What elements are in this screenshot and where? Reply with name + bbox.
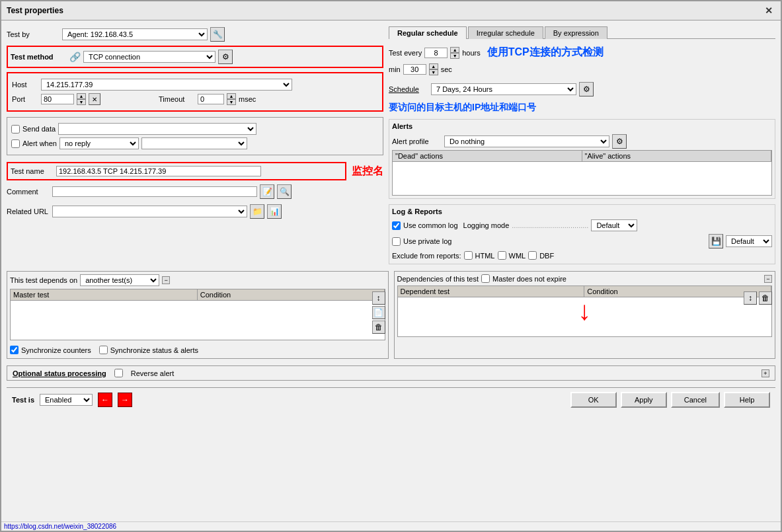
schedule-action-btn[interactable]: ⚙	[579, 82, 594, 96]
private-log-checkbox[interactable]	[392, 237, 401, 246]
alert-when-checkbox[interactable]	[11, 139, 20, 148]
common-log-checkbox[interactable]	[392, 221, 401, 230]
alerts-title: Alerts	[392, 122, 772, 130]
depends-on-label: This test depends on	[10, 276, 77, 284]
dep-action-btn[interactable]: ↕	[744, 291, 757, 305]
arrow-down-indicator: ↓	[578, 297, 591, 324]
sync-counters-label: Synchronize counters	[21, 346, 91, 354]
comment-edit-btn[interactable]: 📝	[260, 184, 274, 199]
test-by-row: Test by Agent: 192.168.43.5 🔧	[7, 26, 383, 43]
tab-by-expression[interactable]: By expression	[545, 26, 607, 39]
timeout-input[interactable]: 0	[198, 94, 224, 104]
test-by-select[interactable]: Agent: 192.168.43.5	[62, 28, 208, 40]
html-checkbox[interactable]	[464, 251, 473, 260]
alert-when-condition-select[interactable]: no reply	[59, 137, 139, 149]
common-log-label: Use common log	[403, 221, 458, 229]
hours-up-btn[interactable]: ▲	[450, 47, 459, 53]
test-method-select[interactable]: TCP connection	[83, 51, 215, 63]
test-is-select[interactable]: Enabled	[40, 394, 93, 406]
private-log-action-btn[interactable]: 💾	[709, 234, 723, 248]
master-col-header: Master test	[11, 289, 198, 300]
timeout-up-btn[interactable]: ▲	[227, 93, 236, 99]
reverse-alert-label: Reverse alert	[131, 369, 174, 377]
comment-zoom-btn[interactable]: 🔍	[277, 184, 292, 199]
depends-right-panel: Dependencies of this test Master does no…	[394, 271, 776, 359]
log-reports-title: Log & Reports	[392, 208, 772, 215]
right-panel: Regular schedule Irregular schedule By e…	[389, 26, 775, 264]
related-url-select[interactable]	[52, 206, 247, 217]
host-select[interactable]: 14.215.177.39	[41, 79, 292, 91]
min-down-btn[interactable]: ▼	[429, 69, 438, 75]
tab-regular-schedule[interactable]: Regular schedule	[389, 26, 467, 39]
min-input[interactable]: 30	[403, 64, 426, 75]
alert-profile-row: Alert profile Do nothing ⚙	[392, 133, 772, 150]
depends-left-panel: This test depends on another test(s) − M…	[7, 271, 389, 359]
apply-button[interactable]: Apply	[621, 392, 667, 408]
sync-counters-checkbox[interactable]	[10, 346, 19, 354]
back-arrow-btn[interactable]: ←	[98, 393, 112, 407]
test-name-input[interactable]: 192.168.43.5 TCP 14.215.177.39	[56, 166, 261, 176]
private-log-select[interactable]: Default	[726, 235, 772, 247]
min-up-btn[interactable]: ▲	[429, 63, 438, 69]
footer-left: Test is Enabled ← →	[12, 393, 132, 407]
left-panel: Test by Agent: 192.168.43.5 🔧 Test metho…	[7, 26, 383, 264]
cancel-button[interactable]: Cancel	[671, 392, 720, 408]
port-down-btn[interactable]: ▼	[77, 99, 86, 105]
sync-status-checkbox[interactable]	[99, 346, 108, 354]
help-button[interactable]: Help	[724, 392, 770, 408]
ok-button[interactable]: OK	[570, 392, 617, 408]
dependencies-collapse-btn[interactable]: −	[764, 275, 772, 283]
optional-title: Optional status processing	[13, 369, 106, 377]
master-not-expire-checkbox[interactable]	[481, 274, 490, 283]
test-every-input[interactable]: 8	[424, 48, 448, 58]
timeout-down-btn[interactable]: ▼	[227, 99, 236, 105]
optional-collapse-btn[interactable]: +	[762, 369, 769, 377]
master-table-body	[10, 301, 385, 340]
sync-row: Synchronize counters Synchronize status …	[10, 344, 385, 356]
alert-profile-select[interactable]: Do nothing	[444, 135, 609, 147]
test-by-action-btn[interactable]: 🔧	[210, 27, 225, 42]
test-every-label: Test every	[389, 49, 422, 57]
alerts-actions-table: "Dead" actions "Alive" actions	[392, 150, 772, 196]
alert-when-value-select[interactable]	[141, 137, 247, 149]
logging-dots: ......................................	[512, 221, 588, 229]
wml-checkbox[interactable]	[498, 251, 506, 260]
port-up-btn[interactable]: ▲	[77, 93, 86, 99]
send-data-label: Send data	[22, 125, 56, 133]
reverse-alert-checkbox[interactable]	[114, 369, 123, 377]
add-master-btn[interactable]: 📄	[372, 306, 385, 319]
alerts-section: Alerts Alert profile Do nothing ⚙ "Dead"…	[389, 119, 775, 199]
forward-arrow-btn[interactable]: →	[118, 393, 132, 407]
tab-irregular-schedule[interactable]: Irregular schedule	[468, 26, 543, 39]
send-alert-section: Send data Alert when no reply	[7, 117, 383, 155]
related-url-action-btn[interactable]: 📊	[267, 204, 282, 219]
hours-down-btn[interactable]: ▼	[450, 53, 459, 59]
host-label: Host	[12, 81, 38, 89]
delete-master-btn[interactable]: 🗑	[372, 321, 385, 334]
window-title: Test properties	[7, 6, 63, 15]
alert-profile-action-btn[interactable]: ⚙	[612, 134, 627, 149]
close-button[interactable]: ✕	[762, 5, 775, 16]
port-timeout-row: Port 80 ▲ ▼ ✕ Timeout 0 ▲ ▼	[12, 92, 378, 106]
related-url-browse-btn[interactable]: 📁	[250, 204, 264, 219]
schedule-select[interactable]: 7 Days, 24 Hours	[431, 83, 576, 95]
port-clear-btn[interactable]: ✕	[89, 93, 100, 105]
dbf-checkbox[interactable]	[528, 251, 537, 260]
depends-collapse-btn[interactable]: −	[162, 276, 170, 284]
schedule-tabs: Regular schedule Irregular schedule By e…	[389, 26, 775, 39]
window-content: Test by Agent: 192.168.43.5 🔧 Test metho…	[1, 20, 781, 417]
depends-on-select[interactable]: another test(s)	[80, 274, 159, 286]
comment-input[interactable]: 192.168.43.5 TCP 14.215.177.39	[52, 186, 257, 197]
dbf-label: DBF	[539, 252, 554, 260]
dep-delete-btn[interactable]: 🗑	[759, 291, 772, 305]
dependencies-title: Dependencies of this test	[397, 275, 479, 283]
send-data-checkbox[interactable]	[11, 125, 20, 133]
test-method-action-btn[interactable]: ⚙	[218, 50, 233, 64]
comment-label: Comment	[7, 188, 50, 196]
schedule-row: Schedule 7 Days, 24 Hours ⚙	[389, 81, 775, 98]
log-reports-section: Log & Reports Use common log Logging mod…	[389, 204, 775, 264]
send-data-select[interactable]	[58, 123, 256, 135]
logging-mode-select[interactable]: Default	[591, 219, 637, 231]
sort-btn[interactable]: ↕	[372, 291, 385, 305]
port-input[interactable]: 80	[41, 94, 74, 104]
